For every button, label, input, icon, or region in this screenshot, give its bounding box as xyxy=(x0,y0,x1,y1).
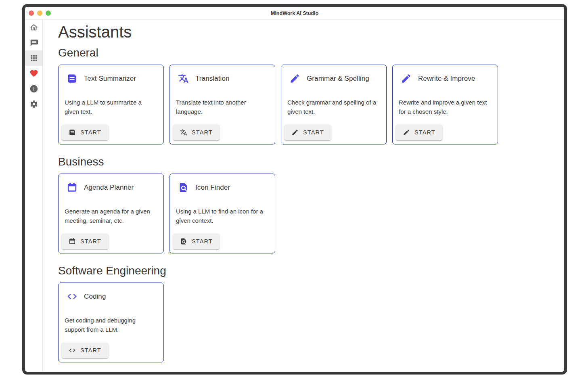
traffic-lights xyxy=(29,7,51,19)
gear-icon xyxy=(29,100,38,109)
card-title: Rewrite & Improve xyxy=(418,75,475,83)
start-button-grammar-spelling[interactable]: START xyxy=(285,125,331,140)
card-grammar-spelling: Grammar & Spelling Check grammar and spe… xyxy=(281,65,387,144)
home-icon xyxy=(29,23,38,32)
section-title-software-engineering: Software Engineering xyxy=(58,264,564,277)
sidebar-item-assistants[interactable] xyxy=(25,50,42,66)
card-title: Text Summarizer xyxy=(84,75,136,83)
pencil-edit-icon xyxy=(401,73,412,84)
sidebar-item-home[interactable] xyxy=(25,20,42,35)
code-icon xyxy=(67,291,77,302)
sidebar-item-settings[interactable] xyxy=(25,96,42,112)
card-description: Using a LLM to summarize a given text. xyxy=(65,98,157,116)
pencil-edit-icon xyxy=(403,129,410,136)
general-card-row: Text Summarizer Using a LLM to summarize… xyxy=(58,65,564,144)
titlebar: MindWork AI Studio xyxy=(25,7,564,20)
app-window: MindWork AI Studio Assistants xyxy=(22,4,567,375)
page-title: Assistants xyxy=(58,23,564,41)
start-button-label: START xyxy=(192,238,213,245)
section-title-business: Business xyxy=(58,155,564,168)
start-button-translation[interactable]: START xyxy=(173,125,220,140)
card-translation: Translation Translate text into another … xyxy=(169,65,275,144)
info-icon xyxy=(29,84,38,93)
window-title: MindWork AI Studio xyxy=(271,10,318,16)
card-title: Icon Finder xyxy=(195,184,230,192)
sidebar-item-chats[interactable] xyxy=(25,35,42,50)
close-button[interactable] xyxy=(29,10,34,16)
software-engineering-card-row: Coding Get coding and debugging support … xyxy=(58,283,564,362)
card-coding: Coding Get coding and debugging support … xyxy=(58,283,164,362)
start-button-label: START xyxy=(192,129,213,136)
summarize-document-icon xyxy=(67,73,77,84)
start-button-agenda-planner[interactable]: START xyxy=(62,234,108,249)
card-title: Coding xyxy=(84,293,106,301)
find-in-page-icon xyxy=(180,238,187,245)
card-description: Using a LLM to find an icon for a given … xyxy=(176,207,268,225)
card-description: Generate an agenda for a given meeting, … xyxy=(65,207,157,225)
translate-icon xyxy=(180,129,187,136)
chat-icon xyxy=(29,38,38,47)
start-button-text-summarizer[interactable]: START xyxy=(62,125,108,140)
start-button-label: START xyxy=(303,129,324,136)
card-icon-finder: Icon Finder Using a LLM to find an icon … xyxy=(169,174,275,253)
sidebar-item-info[interactable] xyxy=(25,81,42,96)
business-card-row: Agenda Planner Generate an agenda for a … xyxy=(58,174,564,253)
heart-icon xyxy=(29,69,38,78)
pencil-edit-icon xyxy=(289,73,300,84)
find-in-page-icon xyxy=(178,182,189,193)
section-title-general: General xyxy=(58,46,564,59)
translate-icon xyxy=(178,73,189,84)
card-description: Translate text into another language. xyxy=(176,98,268,116)
card-title: Translation xyxy=(195,75,230,83)
start-button-icon-finder[interactable]: START xyxy=(173,234,220,249)
start-button-label: START xyxy=(80,347,101,354)
calendar-icon xyxy=(67,182,77,193)
card-text-summarizer: Text Summarizer Using a LLM to summarize… xyxy=(58,65,164,144)
card-rewrite-improve: Rewrite & Improve Rewrite and improve a … xyxy=(392,65,498,144)
minimize-button[interactable] xyxy=(37,10,42,16)
card-description: Get coding and debugging support from a … xyxy=(65,316,157,334)
start-button-label: START xyxy=(80,238,101,245)
start-button-rewrite-improve[interactable]: START xyxy=(396,125,442,140)
summarize-document-icon xyxy=(69,129,76,136)
start-button-label: START xyxy=(80,129,101,136)
card-description: Rewrite and improve a given text for a c… xyxy=(399,98,491,116)
card-title: Agenda Planner xyxy=(84,184,134,192)
code-icon xyxy=(69,347,76,354)
card-title: Grammar & Spelling xyxy=(307,75,369,83)
start-button-coding[interactable]: START xyxy=(62,343,108,358)
card-agenda-planner: Agenda Planner Generate an agenda for a … xyxy=(58,174,164,253)
zoom-button[interactable] xyxy=(46,10,51,16)
pencil-edit-icon xyxy=(291,129,299,136)
main-content: Assistants General Text Summarizer Using… xyxy=(43,20,564,372)
sidebar xyxy=(25,20,43,372)
start-button-label: START xyxy=(414,129,435,136)
calendar-icon xyxy=(69,238,76,245)
sidebar-item-favorites[interactable] xyxy=(25,66,42,81)
card-description: Check grammar and spelling of a given te… xyxy=(287,98,379,116)
apps-grid-icon xyxy=(29,54,38,63)
